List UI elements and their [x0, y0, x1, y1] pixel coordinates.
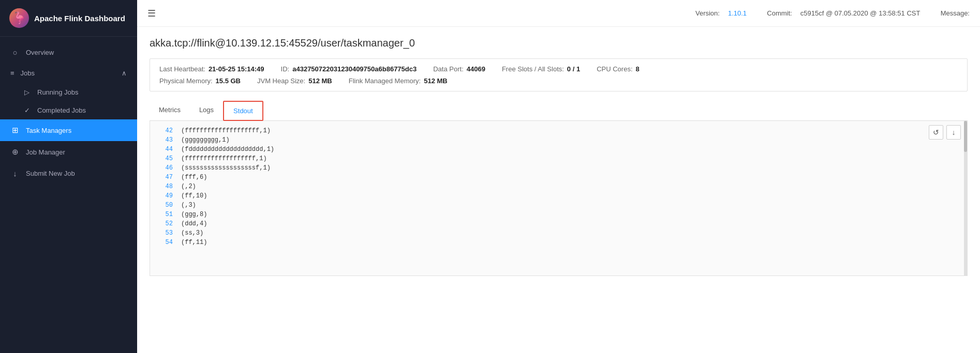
download-button[interactable]: ↓ [946, 125, 961, 140]
sidebar-jobs-label: Jobs [21, 69, 35, 77]
commit-label: Commit: [767, 9, 792, 17]
task-managers-icon: ⊞ [10, 126, 20, 135]
id-pair: ID: a432750722031230409750a6b86775dc3 [281, 65, 417, 73]
log-line: 49(ff,10) [150, 191, 967, 201]
jvm-heap-value: 512 MB [308, 77, 332, 85]
scrollbar-track[interactable] [964, 121, 967, 275]
sidebar-item-job-manager[interactable]: ⊕ Job Manager [0, 141, 137, 163]
cpu-cores-pair: CPU Cores: 8 [597, 65, 640, 73]
info-row-1: Last Heartbeat: 21-05-25 15:14:49 ID: a4… [159, 65, 958, 73]
log-line-number: 43 [156, 136, 173, 144]
submit-job-label: Submit New Job [26, 170, 75, 177]
log-line-content: (ff,10) [181, 192, 207, 199]
log-line-number: 49 [156, 192, 173, 199]
completed-jobs-icon: ✓ [23, 106, 31, 114]
job-manager-label: Job Manager [26, 148, 65, 156]
jvm-heap-label: JVM Heap Size: [257, 77, 305, 85]
log-line-number: 50 [156, 202, 173, 209]
log-line-content: (ffffffffffffffffffff,1) [181, 127, 271, 134]
log-line-number: 44 [156, 146, 173, 153]
log-line-number: 48 [156, 183, 173, 190]
log-lines: 42(ffffffffffffffffffff,1)43(ggggggggg,1… [150, 121, 967, 252]
log-line-number: 52 [156, 220, 173, 227]
free-slots-value: 0 / 1 [567, 65, 580, 73]
refresh-button[interactable]: ↺ [929, 125, 943, 140]
flink-memory-pair: Flink Managed Memory: 512 MB [349, 77, 448, 85]
overview-icon: ○ [10, 48, 20, 57]
tab-metrics[interactable]: Metrics [150, 101, 190, 121]
chevron-up-icon: ∧ [122, 69, 127, 77]
physical-memory-value: 15.5 GB [216, 77, 241, 85]
page-content: akka.tcp://flink@10.139.12.15:45529/user… [137, 27, 980, 353]
physical-memory-label: Physical Memory: [159, 77, 213, 85]
log-line: 47(fff,6) [150, 173, 967, 182]
version-label: Version: [695, 9, 720, 17]
sidebar-item-overview[interactable]: ○ Overview [0, 42, 137, 63]
sidebar-item-running-jobs[interactable]: ▷ Running Jobs [0, 83, 137, 101]
log-line: 53(ss,3) [150, 228, 967, 238]
completed-jobs-label: Completed Jobs [37, 106, 86, 114]
sidebar-item-submit-new-job[interactable]: ↓ Submit New Job [0, 163, 137, 184]
flink-memory-value: 512 MB [424, 77, 448, 85]
sidebar-item-completed-jobs[interactable]: ✓ Completed Jobs [0, 101, 137, 119]
log-line-number: 45 [156, 155, 173, 162]
log-line-content: (ggggggggg,1) [181, 136, 230, 144]
jobs-icon: ≡ [10, 69, 14, 77]
data-port-label: Data Port: [433, 65, 464, 73]
log-line: 51(ggg,8) [150, 210, 967, 219]
log-line: 46(sssssssssssssssssssf,1) [150, 163, 967, 173]
scrollbar-thumb[interactable] [964, 121, 967, 152]
sidebar-logo: 🦩 Apache Flink Dashboard [0, 0, 137, 37]
version-value: 1.10.1 [728, 9, 747, 17]
log-line-content: (ggg,8) [181, 211, 207, 218]
sidebar-item-jobs[interactable]: ≡ Jobs ∧ [0, 63, 137, 83]
flink-memory-label: Flink Managed Memory: [349, 77, 421, 85]
data-port-value: 44069 [467, 65, 485, 73]
info-row-2: Physical Memory: 15.5 GB JVM Heap Size: … [159, 77, 958, 85]
tab-stdout[interactable]: Stdout [223, 101, 263, 121]
hamburger-icon[interactable]: ☰ [147, 8, 156, 19]
tab-logs[interactable]: Logs [190, 101, 223, 121]
log-line: 42(ffffffffffffffffffff,1) [150, 126, 967, 135]
log-toolbar: ↺ ↓ [929, 125, 961, 140]
log-line-content: (ddd,4) [181, 220, 207, 227]
tabs: Metrics Logs Stdout [150, 101, 968, 121]
log-line: 48(,2) [150, 182, 967, 191]
log-line-number: 47 [156, 174, 173, 181]
submit-job-icon: ↓ [10, 169, 20, 178]
commit-value: c5915cf @ 07.05.2020 @ 13:58:51 CST [800, 9, 920, 17]
log-line-content: (ff,11) [181, 239, 207, 246]
physical-memory-pair: Physical Memory: 15.5 GB [159, 77, 241, 85]
message-label: Message: [941, 9, 970, 17]
cpu-cores-label: CPU Cores: [597, 65, 632, 73]
last-heartbeat-pair: Last Heartbeat: 21-05-25 15:14:49 [159, 65, 264, 73]
log-line-content: (fff,6) [181, 174, 207, 181]
data-port-pair: Data Port: 44069 [433, 65, 485, 73]
log-line: 54(ff,11) [150, 238, 967, 247]
flink-logo-icon: 🦩 [9, 8, 29, 28]
log-line-number: 51 [156, 211, 173, 218]
task-managers-label: Task Managers [26, 127, 71, 134]
page-title: akka.tcp://flink@10.139.12.15:45529/user… [150, 37, 968, 49]
sidebar-nav: ○ Overview ≡ Jobs ∧ ▷ Running Jobs ✓ Com… [0, 37, 137, 353]
last-heartbeat-value: 21-05-25 15:14:49 [209, 65, 264, 73]
free-slots-label: Free Slots / All Slots: [502, 65, 564, 73]
app-title: Apache Flink Dashboard [34, 14, 125, 23]
log-line-number: 46 [156, 164, 173, 172]
running-jobs-icon: ▷ [23, 88, 31, 96]
log-line: 44(fdddddddddddddddddddd,1) [150, 145, 967, 154]
log-container: ↺ ↓ 42(ffffffffffffffffffff,1)43(ggggggg… [150, 121, 968, 276]
job-manager-icon: ⊕ [10, 147, 20, 157]
topbar: ☰ Version: 1.10.1 Commit: c5915cf @ 07.0… [137, 0, 980, 27]
cpu-cores-value: 8 [636, 65, 640, 73]
id-value: a432750722031230409750a6b86775dc3 [292, 65, 417, 73]
log-line-content: (fdddddddddddddddddddd,1) [181, 146, 274, 153]
sidebar: 🦩 Apache Flink Dashboard ○ Overview ≡ Jo… [0, 0, 137, 353]
sidebar-item-task-managers[interactable]: ⊞ Task Managers [0, 119, 137, 141]
log-line: 50(,3) [150, 201, 967, 210]
running-jobs-label: Running Jobs [37, 88, 79, 96]
log-line-content: (sssssssssssssssssssf,1) [181, 164, 271, 172]
log-line-content: (ss,3) [181, 229, 203, 237]
log-line-content: (,2) [181, 183, 196, 190]
jvm-heap-pair: JVM Heap Size: 512 MB [257, 77, 332, 85]
